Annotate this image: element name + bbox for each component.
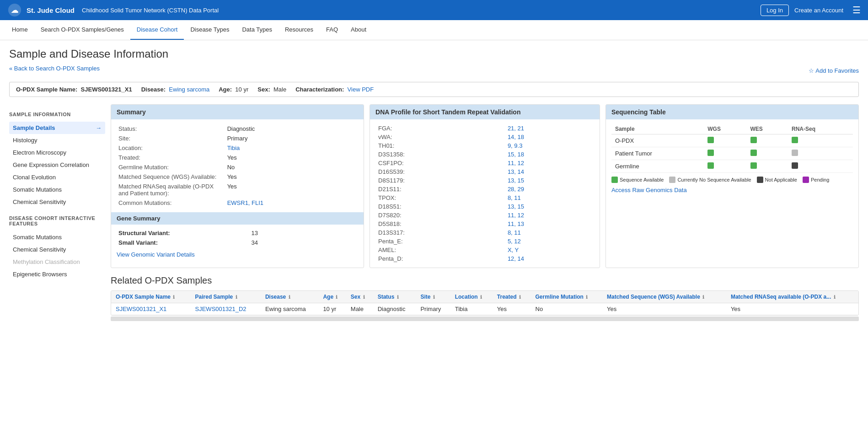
seq-dot: [792, 137, 798, 143]
nav-about[interactable]: About: [344, 20, 373, 40]
summary-row-label: Status:: [117, 124, 225, 134]
related-table-cell: SJEWS001321_X1: [111, 303, 191, 315]
summary-table: Status: DiagnosticSite: PrimaryLocation:…: [117, 124, 358, 208]
back-link[interactable]: « Back to Search O-PDX Samples: [9, 65, 100, 72]
dna-row-value: 28, 29: [505, 185, 594, 193]
site-name: St. Jude Cloud: [27, 6, 75, 14]
sidebar-item-gene-expression[interactable]: Gene Expression Correlation: [9, 159, 105, 171]
sidebar-item-sample-details[interactable]: Sample Details →: [9, 122, 105, 134]
view-pdf-link[interactable]: View PDF: [348, 86, 374, 93]
related-col-header: Sex ℹ: [346, 291, 373, 303]
age-value: 10 yr: [235, 86, 248, 93]
summary-row-label: Germline Mutation:: [117, 162, 225, 172]
seq-col-rna: RNA-Seq: [788, 124, 853, 134]
view-genomic-variant-link[interactable]: View Genomic Variant Details: [117, 251, 358, 258]
nav-home[interactable]: Home: [5, 20, 34, 40]
nav-disease-types[interactable]: Disease Types: [184, 20, 236, 40]
nav-resources[interactable]: Resources: [279, 20, 320, 40]
nav-data-types[interactable]: Data Types: [236, 20, 279, 40]
disease-value[interactable]: Ewing sarcoma: [169, 86, 209, 93]
related-table-cell: SJEWS001321_D2: [191, 303, 261, 315]
dna-row-label: D5S818:: [375, 220, 505, 228]
sample-name-label: O-PDX Sample Name: SJEWS001321_X1: [16, 86, 132, 93]
sidebar-item-histology[interactable]: Histology: [9, 134, 105, 146]
related-table-cell: Male: [346, 303, 373, 315]
dna-row-value: 5, 12: [505, 237, 594, 246]
seq-rna-cell: [788, 134, 853, 147]
related-section-title: Related O-PDX Samples: [111, 275, 859, 286]
gene-summary-header: Gene Summary: [111, 212, 364, 225]
related-col-header: Status ℹ: [373, 291, 416, 303]
sidebar-item-clonal-evolution[interactable]: Clonal Evolution: [9, 171, 105, 183]
dna-panel-header: DNA Profile for Short Tandem Repeat Vali…: [370, 105, 600, 119]
dna-row-label: AMEL:: [375, 246, 505, 254]
seq-wes-cell: [747, 147, 788, 160]
summary-row-label: Location:: [117, 143, 225, 153]
dna-row: D3S1358: 15, 18: [375, 150, 594, 159]
sidebar-label: Histology: [13, 137, 37, 144]
sidebar-label: Gene Expression Correlation: [13, 161, 89, 168]
legend-label: Not Applicable: [765, 177, 797, 182]
summary-row-label: Treated:: [117, 153, 225, 162]
th-info-icon: ℹ: [363, 295, 365, 300]
site-subtitle: Childhood Solid Tumor Network (CSTN) Dat…: [82, 7, 219, 14]
sidebar-section-sample-info: SAMPLE INFORMATION: [9, 110, 105, 119]
sidebar-item-chemical-sensitivity[interactable]: Chemical Sensitivity: [9, 196, 105, 208]
dna-row-value: X, Y: [505, 246, 594, 254]
page-title: Sample and Disease Information: [9, 48, 859, 60]
seq-dot: [792, 150, 798, 156]
dna-panel: DNA Profile for Short Tandem Repeat Vali…: [370, 104, 600, 268]
sidebar-item-chemical-sensitivity-2[interactable]: Chemical Sensitivity: [9, 243, 105, 256]
hamburger-icon[interactable]: ☰: [852, 5, 861, 16]
sidebar-label: Epigenetic Browsers: [13, 271, 67, 278]
seq-dot: [750, 137, 757, 143]
dna-row: AMEL: X, Y: [375, 246, 594, 254]
sidebar-label: Electron Microscopy: [13, 149, 66, 156]
seq-wgs-cell: [704, 134, 746, 147]
sidebar-item-electron-microscopy[interactable]: Electron Microscopy: [9, 146, 105, 159]
login-button[interactable]: Log In: [761, 5, 789, 16]
summary-row-value: Yes: [225, 153, 358, 162]
related-table-row: SJEWS001321_X1SJEWS001321_D2Ewing sarcom…: [111, 303, 858, 315]
dna-row-label: TPOX:: [375, 193, 505, 202]
dna-row-value: 13, 14: [505, 167, 594, 176]
nav-search[interactable]: Search O-PDX Samples/Genes: [34, 20, 130, 40]
seq-table: Sample WGS WES RNA-Seq O-PDX Patient Tum…: [611, 124, 853, 173]
related-col-header: O-PDX Sample Name ℹ: [111, 291, 191, 303]
nav-faq[interactable]: FAQ: [320, 20, 344, 40]
related-table-cell: Ewing sarcoma: [261, 303, 318, 315]
sample-info-bar: O-PDX Sample Name: SJEWS001321_X1 Diseas…: [9, 82, 859, 97]
sidebar-item-epigenetic-browsers[interactable]: Epigenetic Browsers: [9, 268, 105, 280]
sidebar-item-somatic-mutations-2[interactable]: Somatic Mutations: [9, 231, 105, 243]
sidebar-item-somatic-mutations[interactable]: Somatic Mutations: [9, 183, 105, 196]
legend-dot: [757, 177, 763, 183]
seq-sample-name: Patient Tumor: [611, 147, 704, 160]
summary-row-value: Diagnostic: [225, 124, 358, 134]
dna-row-value: 13, 15: [505, 176, 594, 185]
arrow-icon: →: [96, 124, 102, 131]
sidebar: SAMPLE INFORMATION Sample Details → Hist…: [9, 104, 105, 321]
summary-row-value: EWSR1, FLI1: [225, 198, 358, 208]
dna-row-label: D7S820:: [375, 211, 505, 220]
add-favorites-button[interactable]: ☆ Add to Favorites: [809, 67, 859, 74]
create-account-button[interactable]: Create an Account: [794, 7, 843, 14]
dna-panel-body: FGA: 21, 21vWA: 14, 18TH01: 9, 9.3D3S135…: [370, 119, 600, 268]
sidebar-item-methylation-classification: Methylation Classification: [9, 256, 105, 268]
disease-info: Disease: Ewing sarcoma: [141, 86, 210, 93]
seq-dot: [750, 162, 757, 169]
th-info-icon: ℹ: [336, 295, 338, 300]
gene-summary-row: Small Variant: 34: [117, 238, 358, 247]
access-raw-genomics-link[interactable]: Access Raw Genomics Data: [611, 187, 853, 193]
seq-wes-cell: [747, 160, 788, 173]
sidebar-label: Methylation Classification: [13, 258, 80, 265]
seq-col-sample: Sample: [611, 124, 704, 134]
dna-row-label: TH01:: [375, 141, 505, 150]
summary-row-value: Primary: [225, 134, 358, 143]
th-info-icon: ℹ: [289, 295, 290, 300]
related-table-header-row: O-PDX Sample Name ℹPaired Sample ℹDiseas…: [111, 291, 858, 303]
page-content: Sample and Disease Information « Back to…: [0, 40, 868, 328]
horizontal-scrollbar[interactable]: [111, 317, 859, 321]
summary-row-label: Matched Sequence (WGS) Available:: [117, 172, 225, 182]
sample-name-value: SJEWS001321_X1: [81, 86, 132, 93]
nav-disease-cohort[interactable]: Disease Cohort: [130, 20, 184, 40]
